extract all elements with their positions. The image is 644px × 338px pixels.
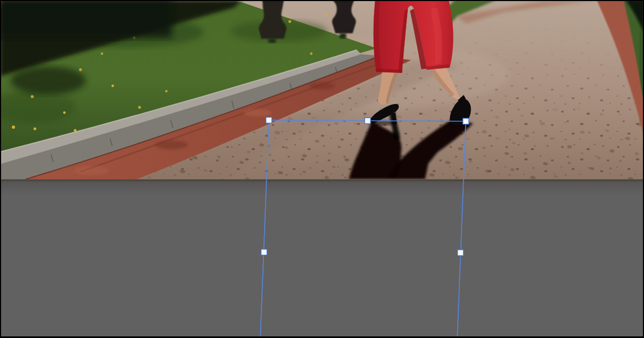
foliage-core: [0, 0, 172, 38]
photo-canvas[interactable]: [0, 0, 644, 180]
bollard-1-base-shadow: [268, 39, 276, 43]
foliage-branch: [11, 67, 86, 94]
photo-layer: [0, 0, 644, 180]
canvas-work-area[interactable]: [0, 181, 644, 336]
editor-window: [0, 0, 644, 338]
photo-edge-separator: [0, 179, 644, 181]
bollard-2-base-shadow: [340, 33, 346, 39]
